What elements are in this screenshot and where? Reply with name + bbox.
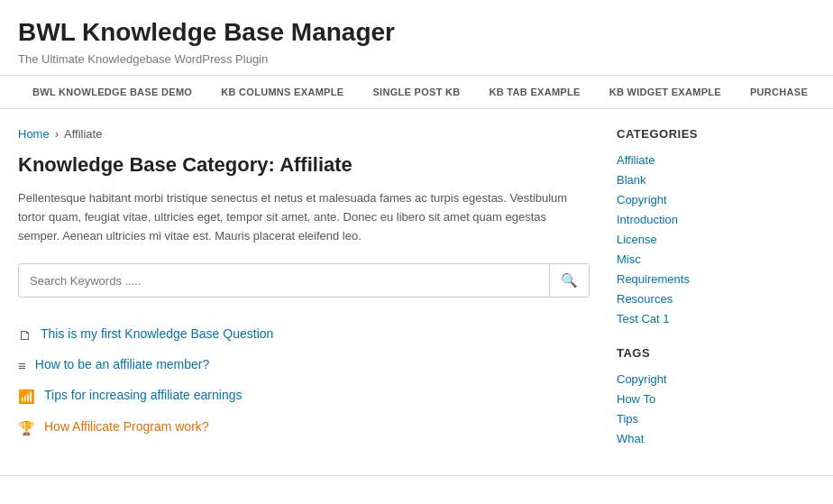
sidebar-tag-item: Tips <box>617 408 815 428</box>
page-title: Knowledge Base Category: Affiliate <box>18 153 590 177</box>
sidebar-category-link[interactable]: Blank <box>617 173 646 187</box>
footer-bar <box>0 475 833 494</box>
sidebar-tag-link[interactable]: How To <box>617 392 655 406</box>
sidebar-category-link[interactable]: Copyright <box>617 193 667 206</box>
tags-title: TAGS <box>617 346 815 360</box>
sidebar-tag-link[interactable]: Tips <box>617 412 638 426</box>
tags-list: CopyrightHow ToTipsWhat <box>617 369 815 448</box>
categories-title: CATEGORIES <box>617 127 815 141</box>
list-icon: ≡ <box>18 358 26 373</box>
sidebar-category-link[interactable]: Misc <box>617 252 641 266</box>
breadcrumb-separator: › <box>55 127 59 141</box>
sidebar-category-link[interactable]: Resources <box>617 292 673 306</box>
articles-list: 🗋This is my first Knowledge Base Questio… <box>18 319 590 444</box>
article-link[interactable]: How Affilicate Program work? <box>44 419 209 434</box>
list-item: 🗋This is my first Knowledge Base Questio… <box>18 319 590 350</box>
breadcrumb-current: Affiliate <box>64 127 102 141</box>
main-content: Home › Affiliate Knowledge Base Category… <box>18 127 590 448</box>
sidebar-link-item: Blank <box>617 170 815 189</box>
sidebar-link-item: Misc <box>617 249 815 269</box>
sidebar-link-item: Introduction <box>617 209 815 229</box>
sidebar-link-item: Resources <box>617 289 815 308</box>
nav-bar: BWL KNOWLEDGE BASE DEMOKB COLUMNS EXAMPL… <box>0 75 833 109</box>
sidebar-tag-item: Copyright <box>617 369 815 389</box>
article-link[interactable]: How to be an affiliate member? <box>35 357 210 371</box>
categories-list: AffiliateBlankCopyrightIntroductionLicen… <box>617 150 815 328</box>
sidebar-category-link[interactable]: Introduction <box>617 213 678 226</box>
document-icon: 🗋 <box>18 327 32 343</box>
sidebar-link-item: License <box>617 229 815 249</box>
sidebar: CATEGORIES AffiliateBlankCopyrightIntrod… <box>617 127 815 448</box>
list-item: 🏆How Affilicate Program work? <box>18 412 590 444</box>
site-title: BWL Knowledge Base Manager <box>18 18 815 47</box>
list-item: ≡How to be an affiliate member? <box>18 350 590 380</box>
page-description: Pellentesque habitant morbi tristique se… <box>18 189 590 245</box>
nav-item[interactable]: BWL KNOWLEDGE BASE DEMO <box>18 76 206 108</box>
sidebar-category-link[interactable]: Affiliate <box>617 153 654 167</box>
trophy-icon: 🏆 <box>18 420 35 436</box>
content-area: Home › Affiliate Knowledge Base Category… <box>0 109 833 466</box>
site-tagline: The Ultimate Knowledgebase WordPress Plu… <box>18 52 815 66</box>
search-input[interactable] <box>19 266 549 296</box>
nav-item[interactable]: KB WIDGET EXAMPLE <box>595 76 736 108</box>
sidebar-link-item: Copyright <box>617 189 815 209</box>
nav-item[interactable]: KB COLUMNS EXAMPLE <box>206 76 358 108</box>
sidebar-category-link[interactable]: License <box>617 233 657 246</box>
article-link[interactable]: This is my first Knowledge Base Question <box>41 326 273 341</box>
article-link[interactable]: Tips for increasing affiliate earnings <box>44 388 242 402</box>
sidebar-category-link[interactable]: Requirements <box>617 272 690 286</box>
sidebar-link-item: Affiliate <box>617 150 815 170</box>
nav-item[interactable]: KB TAB EXAMPLE <box>475 76 595 108</box>
nav-item[interactable]: SINGLE POST KB <box>358 76 474 108</box>
search-button[interactable]: 🔍 <box>549 264 589 297</box>
signal-icon: 📶 <box>18 389 35 405</box>
search-box: 🔍 <box>18 263 590 298</box>
sidebar-tag-link[interactable]: What <box>617 432 644 445</box>
sidebar-link-item: Requirements <box>617 269 815 289</box>
sidebar-tag-link[interactable]: Copyright <box>617 372 667 386</box>
nav-item[interactable]: PURCHASE <box>736 76 822 108</box>
sidebar-tag-item: What <box>617 428 815 448</box>
breadcrumb-home[interactable]: Home <box>18 127 50 141</box>
sidebar-category-link[interactable]: Test Cat 1 <box>617 312 670 325</box>
site-header: BWL Knowledge Base Manager The Ultimate … <box>0 0 833 75</box>
sidebar-tag-item: How To <box>617 389 815 408</box>
sidebar-link-item: Test Cat 1 <box>617 308 815 328</box>
list-item: 📶Tips for increasing affiliate earnings <box>18 380 590 412</box>
breadcrumb: Home › Affiliate <box>18 127 590 141</box>
